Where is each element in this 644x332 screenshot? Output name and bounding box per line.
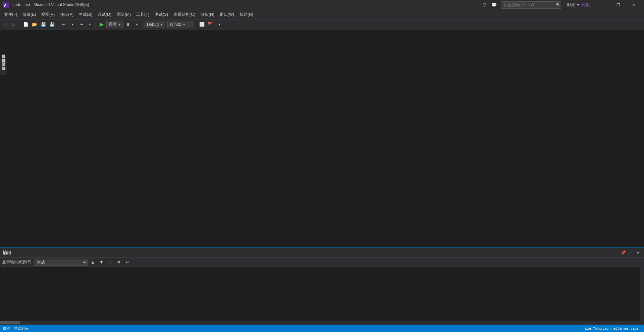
sidebar-tab-class-view[interactable]: 类视图 <box>0 67 7 71</box>
left-sidebar: 资源管理器 团队资源管理器 类视图 属性管理器 <box>0 59 7 210</box>
menu-test[interactable]: 测试(S) <box>152 10 171 19</box>
toolbar: ◁ ▷ 📄 📂 💾 💾 ↩ ▼ ↪ ▼ ▶ 启动 ▼ ⏸ ▼ Debug ▼ W… <box>0 19 644 30</box>
toolbar-separator-2 <box>58 21 58 28</box>
title-bar-right: ▽ 💬 🔍 时妮 ▼ 时妮 ─ ❐ ✕ <box>481 0 641 10</box>
config-label: Debug <box>147 22 159 27</box>
scroll-down-button[interactable]: ▼ <box>98 259 105 266</box>
redo-button[interactable]: ↪ <box>77 20 85 29</box>
redo-dropdown-button[interactable]: ▼ <box>86 20 94 29</box>
scroll-output-button[interactable]: ↕ <box>106 259 114 266</box>
main-area: 资源管理器 团队资源管理器 类视图 属性管理器 输出 📌 ─ ✕ 显示输出来源(… <box>0 30 644 325</box>
user-dropdown-icon[interactable]: ▼ <box>577 3 580 7</box>
close-button[interactable]: ✕ <box>626 0 641 10</box>
output-panel-title: 输出 <box>3 250 11 256</box>
clear-output-button[interactable]: ≡ <box>115 259 122 266</box>
menu-analyze[interactable]: 分析(N) <box>198 10 217 19</box>
chat-icon[interactable]: 💬 <box>490 2 498 8</box>
save-button[interactable]: 💾 <box>39 20 47 29</box>
menu-tools[interactable]: 工具(T) <box>133 10 152 19</box>
pause-button[interactable]: ⏸ <box>124 20 132 29</box>
menu-window[interactable]: 窗口(W) <box>217 10 237 19</box>
toolbar-separator-5 <box>196 21 196 28</box>
new-button[interactable]: 📄 <box>22 20 30 29</box>
auto-hide-button[interactable]: ─ <box>627 250 634 256</box>
toolbar-separator-3 <box>96 21 96 28</box>
forward-button[interactable]: ▷ <box>10 20 18 29</box>
pin-button[interactable]: 📌 <box>620 250 627 256</box>
menu-edit[interactable]: 编辑(E) <box>20 10 39 19</box>
bookmark-button[interactable]: ⬜ <box>198 20 206 29</box>
status-bar: 属性 错误列表 https://blog.csdn.net/James_yaos… <box>0 325 644 332</box>
open-button[interactable]: 📂 <box>31 20 39 29</box>
minimize-button[interactable]: ─ <box>595 0 610 10</box>
output-hscrollbar-thumb[interactable] <box>0 321 20 324</box>
toolbar-separator-1 <box>20 21 20 28</box>
start-dropdown[interactable]: 启动 ▼ <box>106 21 123 28</box>
menu-project[interactable]: 项目(P) <box>57 10 76 19</box>
vs-logo-icon: V <box>3 2 9 8</box>
output-cursor <box>3 268 3 273</box>
output-horizontal-scrollbar[interactable] <box>0 321 644 325</box>
start-run-button[interactable]: ▶ <box>98 20 106 29</box>
restore-button[interactable]: ❐ <box>610 0 626 10</box>
start-label: 启动 <box>109 21 117 27</box>
config-dropdown-arrow: ▼ <box>160 23 163 26</box>
toolbar-separator-4 <box>143 21 143 28</box>
menu-view[interactable]: 视图(V) <box>39 10 57 19</box>
config-dropdown[interactable]: Debug ▼ <box>145 21 165 28</box>
menu-help[interactable]: 帮助(H) <box>237 10 256 19</box>
output-source-label: 显示输出来源(S): <box>2 259 33 265</box>
output-panel-header: 输出 📌 ─ ✕ <box>0 248 644 258</box>
restart-dropdown-button[interactable]: ▼ <box>133 20 141 29</box>
user-name-alt: 时妮 <box>582 2 590 8</box>
status-url[interactable]: https://blog.csdn.net/James_yaoshi <box>584 326 641 330</box>
quick-launch-input[interactable] <box>501 1 561 9</box>
sidebar-tab-solution-explorer[interactable]: 资源管理器 <box>0 59 7 63</box>
start-dropdown-arrow: ▼ <box>118 23 121 26</box>
menu-team[interactable]: 团队(M) <box>114 10 133 19</box>
status-bar-right: https://blog.csdn.net/James_yaoshi <box>584 326 641 330</box>
undo-dropdown-button[interactable]: ▼ <box>68 20 76 29</box>
title-bar: V fcode_test - Microsoft Visual Studio(管… <box>0 0 644 10</box>
close-panel-button[interactable]: ✕ <box>635 250 641 256</box>
back-button[interactable]: ◁ <box>1 20 9 29</box>
platform-dropdown[interactable]: Win32 ▼ <box>167 21 194 28</box>
user-name: 时妮 <box>567 2 575 8</box>
output-toolbar: 显示输出来源(S): 生成 调试 常规 ▲ ▼ ↕ ≡ ↩ <box>0 258 644 267</box>
word-wrap-button[interactable]: ↩ <box>124 259 131 266</box>
save-all-button[interactable]: 💾 <box>48 20 56 29</box>
search-icon: 🔍 <box>554 2 562 8</box>
output-panel: 输出 📌 ─ ✕ 显示输出来源(S): 生成 调试 常规 ▲ ▼ ↕ ≡ ↩ <box>0 247 644 325</box>
svg-text:V: V <box>3 3 6 8</box>
window-controls: ─ ❐ ✕ <box>595 0 641 10</box>
sidebar-tab-team-explorer[interactable]: 团队资源管理器 <box>0 63 7 67</box>
filter-icon[interactable]: ▽ <box>481 2 487 8</box>
scroll-up-button[interactable]: ▲ <box>89 259 96 266</box>
status-error-list[interactable]: 错误列表 <box>14 326 29 331</box>
user-area: 时妮 ▼ 时妮 <box>567 2 590 8</box>
status-attributes[interactable]: 属性 <box>3 326 10 331</box>
menu-debug[interactable]: 调试(D) <box>95 10 114 19</box>
flag-button[interactable]: 🚩 <box>207 20 215 29</box>
platform-label: Win32 <box>170 22 181 27</box>
menu-build[interactable]: 生成(B) <box>76 10 95 19</box>
output-source-dropdown[interactable]: 生成 调试 常规 <box>34 259 88 266</box>
menu-file[interactable]: 文件(F) <box>1 10 20 19</box>
output-content <box>0 267 644 321</box>
menu-architecture[interactable]: 体系结构(C) <box>171 10 198 19</box>
sidebar-tab-property-manager[interactable]: 属性管理器 <box>0 71 7 75</box>
platform-dropdown-arrow: ▼ <box>182 23 185 26</box>
window-title: fcode_test - Microsoft Visual Studio(管理员… <box>11 2 481 8</box>
flag-dropdown-button[interactable]: ▼ <box>215 20 223 29</box>
menu-bar: 文件(F) 编辑(E) 视图(V) 项目(P) 生成(B) 调试(D) 团队(M… <box>0 10 644 19</box>
output-panel-controls: 📌 ─ ✕ <box>620 250 641 256</box>
undo-button[interactable]: ↩ <box>60 20 68 29</box>
output-scrollbar[interactable] <box>640 267 644 321</box>
